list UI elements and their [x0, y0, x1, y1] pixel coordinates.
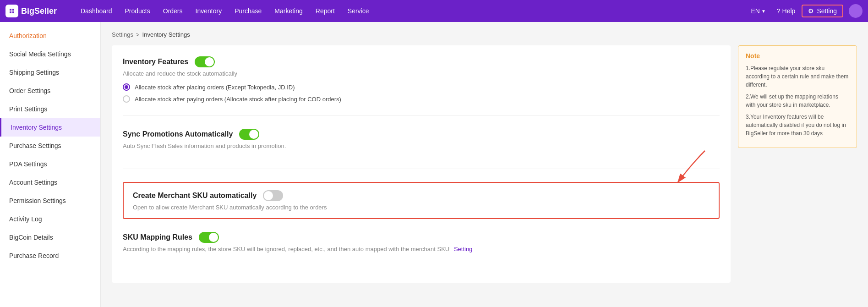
- radio-options: Allocate stock after placing orders (Exc…: [123, 83, 720, 103]
- nav-purchase[interactable]: Purchase: [228, 0, 268, 22]
- question-icon: ?: [777, 7, 781, 15]
- sync-promotions-section: Sync Promotions Automatically Auto Sync …: [123, 129, 720, 169]
- radio-paying-circle: [123, 95, 130, 103]
- breadcrumb: Settings > Inventory Settings: [112, 31, 857, 38]
- settings-panel: Inventory Features Allocate and reduce t…: [112, 45, 731, 283]
- top-navigation: BigSeller Dashboard Products Orders Inve…: [0, 0, 868, 22]
- content-wrap: Inventory Features Allocate and reduce t…: [112, 45, 857, 283]
- sidebar-item-social-media[interactable]: Social Media Settings: [0, 45, 100, 63]
- merchant-sku-desc: Open to allow create Merchant SKU automa…: [133, 204, 710, 211]
- note-panel: Note 1.Please regulate your store sku ac…: [738, 45, 857, 148]
- sidebar-item-shipping[interactable]: Shipping Settings: [0, 63, 100, 82]
- sync-promotions-header: Sync Promotions Automatically: [123, 129, 720, 140]
- nav-service[interactable]: Service: [341, 0, 376, 22]
- nav-marketing[interactable]: Marketing: [268, 0, 309, 22]
- inventory-features-title: Inventory Features: [123, 58, 188, 66]
- sidebar-item-purchase-record[interactable]: Purchase Record: [0, 247, 100, 265]
- sidebar-item-pda[interactable]: PDA Settings: [0, 155, 100, 173]
- radio-placing-label: Allocate stock after placing orders (Exc…: [135, 84, 295, 91]
- radio-option-paying[interactable]: Allocate stock after paying orders (Allo…: [123, 95, 720, 103]
- merchant-sku-title: Create Merchant SKU automatically: [133, 192, 257, 200]
- chevron-down-icon: ▼: [761, 9, 766, 14]
- nav-products[interactable]: Products: [119, 0, 157, 22]
- sku-mapping-header: SKU Mapping Rules: [123, 232, 720, 243]
- sidebar-item-inventory[interactable]: Inventory Settings: [0, 118, 100, 137]
- radio-paying-label: Allocate stock after paying orders (Allo…: [135, 96, 341, 103]
- nav-inventory[interactable]: Inventory: [189, 0, 229, 22]
- sidebar-item-account[interactable]: Account Settings: [0, 173, 100, 192]
- main-layout: Authorization Social Media Settings Ship…: [0, 22, 868, 307]
- help-button[interactable]: ? Help: [772, 0, 800, 22]
- gear-icon: ⚙: [808, 7, 814, 15]
- merchant-sku-toggle[interactable]: [263, 190, 283, 201]
- logo-icon: [5, 5, 18, 17]
- inventory-features-desc: Allocate and reduce the stock automatica…: [123, 70, 720, 77]
- sidebar-item-permission[interactable]: Permission Settings: [0, 192, 100, 210]
- inventory-features-header: Inventory Features: [123, 56, 720, 67]
- nav-report[interactable]: Report: [309, 0, 341, 22]
- sidebar-item-bigcoin[interactable]: BigCoin Details: [0, 228, 100, 247]
- sync-promotions-desc: Auto Sync Flash Sales information and pr…: [123, 143, 720, 149]
- logo-text: BigSeller: [21, 6, 57, 16]
- sidebar-item-order[interactable]: Order Settings: [0, 82, 100, 100]
- merchant-sku-header: Create Merchant SKU automatically: [133, 190, 710, 201]
- note-item-1: 1.Please regulate your store sku accordi…: [746, 64, 849, 89]
- sync-promotions-toggle[interactable]: [239, 129, 259, 140]
- note-item-3: 3.Your Inventory features will be automa…: [746, 113, 849, 137]
- note-title: Note: [746, 52, 849, 60]
- radio-placing-circle: [123, 83, 130, 91]
- radio-option-placing[interactable]: Allocate stock after placing orders (Exc…: [123, 83, 720, 91]
- inventory-features-section: Inventory Features Allocate and reduce t…: [123, 56, 720, 116]
- user-avatar[interactable]: [849, 4, 863, 18]
- sku-mapping-setting-link[interactable]: Setting: [454, 246, 472, 252]
- sidebar-item-activity-log[interactable]: Activity Log: [0, 210, 100, 228]
- sidebar-item-purchase-settings[interactable]: Purchase Settings: [0, 137, 100, 155]
- sku-mapping-title: SKU Mapping Rules: [123, 233, 192, 241]
- inventory-features-toggle[interactable]: [195, 56, 215, 67]
- sidebar: Authorization Social Media Settings Ship…: [0, 22, 101, 307]
- setting-button[interactable]: ⚙ Setting: [802, 5, 843, 17]
- topnav-right: EN ▼ ? Help ⚙ Setting: [746, 0, 863, 22]
- breadcrumb-current: Inventory Settings: [142, 31, 190, 38]
- sidebar-item-authorization[interactable]: Authorization: [0, 27, 100, 45]
- sku-mapping-toggle[interactable]: [199, 232, 219, 243]
- note-item-2: 2.We will set up the mapping relations w…: [746, 93, 849, 109]
- nav-orders[interactable]: Orders: [157, 0, 189, 22]
- language-selector[interactable]: EN ▼: [746, 0, 770, 22]
- nav-dashboard[interactable]: Dashboard: [74, 0, 119, 22]
- main-content: Settings > Inventory Settings Inventory …: [101, 22, 868, 307]
- logo[interactable]: BigSeller: [5, 5, 65, 17]
- breadcrumb-parent[interactable]: Settings: [112, 31, 133, 38]
- merchant-sku-section: Create Merchant SKU automatically Open t…: [123, 182, 720, 219]
- sync-promotions-title: Sync Promotions Automatically: [123, 130, 233, 138]
- sidebar-item-print[interactable]: Print Settings: [0, 100, 100, 118]
- sku-mapping-section: SKU Mapping Rules According to the mappi…: [123, 232, 720, 272]
- sku-mapping-desc: According to the mapping rules, the stor…: [123, 246, 720, 252]
- breadcrumb-sep: >: [136, 31, 140, 38]
